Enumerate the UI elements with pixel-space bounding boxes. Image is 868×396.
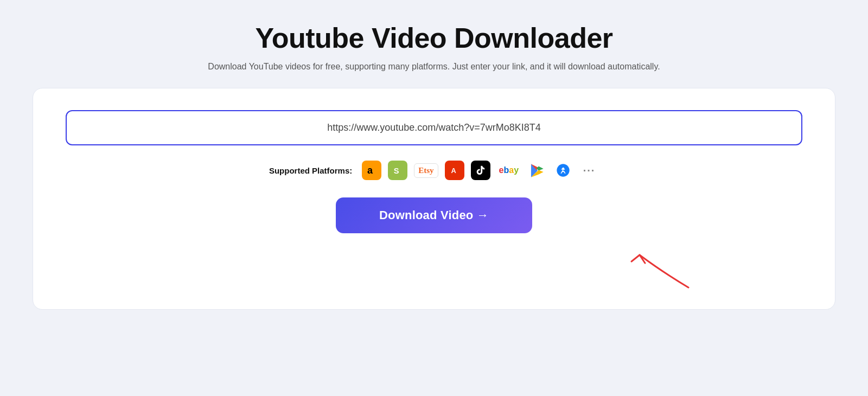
platform-amazon: a — [362, 161, 381, 180]
main-card: Supported Platforms: a S Etsy A — [33, 88, 835, 310]
download-button[interactable]: Download Video → — [336, 197, 532, 233]
page-subtitle: Download YouTube videos for free, suppor… — [208, 62, 660, 72]
page-title: Youtube Video Downloader — [255, 22, 612, 54]
arrow-container — [66, 239, 802, 282]
red-arrow — [596, 239, 694, 293]
url-input[interactable] — [66, 110, 802, 145]
platform-etsy: Etsy — [414, 163, 438, 178]
platform-google-play — [527, 161, 547, 180]
platform-aliexpress: A — [445, 161, 464, 180]
platform-more: ··· — [579, 161, 599, 180]
platform-shopify: S — [388, 161, 407, 180]
platform-tiktok — [471, 161, 490, 180]
platforms-label: Supported Platforms: — [269, 166, 352, 175]
svg-text:S: S — [394, 167, 399, 175]
svg-text:a: a — [367, 165, 373, 176]
platform-ebay: ebay — [497, 165, 521, 176]
platforms-row: Supported Platforms: a S Etsy A — [269, 161, 599, 180]
svg-text:A: A — [451, 167, 456, 175]
platform-app-store — [553, 161, 573, 180]
